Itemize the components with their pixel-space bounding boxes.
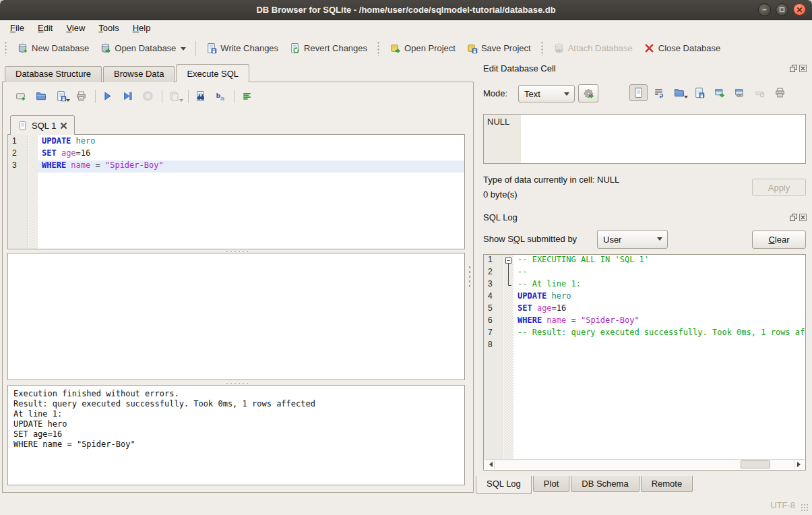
fold-pipe-icon[interactable] [504, 267, 513, 279]
format-sql-button[interactable]: ba [212, 88, 230, 104]
code-line-3: 3WHERE name = "Spider-Boy" [8, 160, 464, 173]
titlebar[interactable]: DB Browser for SQLite - /home/user/code/… [0, 0, 812, 20]
save-project-label: Save Project [481, 43, 531, 53]
save-results-button[interactable] [165, 88, 183, 104]
auto-apply-button[interactable] [578, 84, 598, 102]
execute-current-line-icon [122, 90, 133, 102]
code-line-5: 5SET age=16 [484, 303, 805, 315]
panel-splitter[interactable] [468, 265, 472, 288]
set-as-null-button[interactable] [751, 84, 769, 101]
resize-grip[interactable] [801, 504, 809, 512]
undock-icon[interactable] [790, 65, 797, 72]
tab-sql-log[interactable]: SQL Log [476, 476, 532, 494]
sql-log-code: 1-- EXECUTING ALL IN 'SQL 1'2--3-- At li… [484, 255, 805, 459]
menu-tools[interactable]: Tools [92, 22, 125, 35]
toggle-line-display-button[interactable] [238, 88, 256, 104]
cell-editor[interactable]: NULL [483, 114, 806, 164]
results-pane[interactable] [7, 253, 465, 380]
log-horizontal-scrollbar[interactable] [485, 459, 805, 469]
text-mode-icon [633, 87, 644, 98]
code-line-4: 4UPDATE hero [484, 291, 805, 303]
find-in-sql-button[interactable] [191, 88, 210, 104]
maximize-button[interactable] [776, 3, 788, 16]
sql-editor-toolbar: ba [11, 88, 258, 104]
print-cell-button[interactable] [771, 84, 789, 101]
tab-execute-sql[interactable]: Execute SQL [176, 64, 249, 82]
menu-file[interactable]: File [3, 22, 31, 35]
menu-help[interactable]: Help [126, 22, 158, 35]
revert-changes-button[interactable]: Revert Changes [284, 40, 373, 57]
sql-log-view[interactable]: 1-- EXECUTING ALL IN 'SQL 1'2--3-- At li… [483, 254, 806, 471]
cell-size-info: 0 byte(s) [483, 189, 518, 200]
text-mode-button[interactable] [629, 84, 648, 101]
tab-plot[interactable]: Plot [533, 476, 569, 492]
cell-editor-toolbar [629, 84, 791, 101]
db-browser-window: DB Browser for SQLite - /home/user/code/… [0, 0, 812, 515]
menu-edit[interactable]: Edit [31, 22, 59, 35]
save-sql-file-button[interactable] [52, 88, 70, 104]
open-project-button[interactable]: Open Project [384, 40, 461, 57]
word-wrap-button[interactable] [650, 84, 668, 101]
new-database-label: New Database [32, 43, 89, 53]
tab-remote[interactable]: Remote [641, 476, 693, 492]
mode-select[interactable]: Text [518, 85, 575, 102]
open-sql-file-button[interactable] [32, 88, 50, 104]
format-sql-icon: ba [215, 90, 226, 102]
tab-browse-data[interactable]: Browse Data [103, 66, 175, 82]
copy-as-link-button[interactable] [730, 84, 749, 101]
close-dock-icon[interactable] [799, 65, 807, 72]
execution-message-pane[interactable]: Execution finished without errors.Result… [7, 385, 465, 485]
sql-document-tab[interactable]: SQL 1 [10, 115, 75, 135]
open-database-button[interactable]: Open Database [94, 40, 191, 57]
close-database-icon [644, 42, 655, 54]
print-sql-button[interactable] [72, 88, 90, 104]
status-encoding: UTF-8 [770, 500, 795, 510]
close-button[interactable] [793, 3, 806, 16]
minimize-button[interactable] [758, 3, 771, 16]
execute-current-line-button[interactable] [119, 88, 137, 104]
tab-database-structure[interactable]: Database Structure [5, 66, 102, 82]
main-tabbar: Database StructureBrowse DataExecute SQL [5, 64, 249, 82]
apply-button[interactable]: Apply [752, 179, 806, 196]
open-in-external-app-button[interactable] [710, 84, 728, 101]
revert-changes-icon [289, 42, 301, 54]
scrollbar-thumb[interactable] [741, 460, 770, 468]
tab-db-schema[interactable]: DB Schema [571, 476, 639, 492]
svg-text:a: a [220, 94, 224, 102]
fold-corner-icon[interactable] [504, 279, 513, 291]
open-new-tab-button[interactable] [11, 88, 30, 104]
results-message-splitter[interactable] [7, 382, 465, 384]
sql-log-filter-select[interactable]: User [597, 230, 668, 249]
close-database-button[interactable]: Close Database [638, 40, 726, 57]
attach-database-button[interactable]: Attach Database [548, 40, 638, 57]
toolbar-separator [162, 90, 162, 103]
execute-all-icon [102, 90, 113, 102]
save-project-button[interactable]: Save Project [461, 40, 536, 57]
find-in-sql-icon [195, 90, 206, 102]
bottom-tabbar: SQL LogPlotDB SchemaRemote [476, 476, 693, 494]
clear-log-button[interactable]: Clear [752, 231, 806, 249]
dropdown-arrow-icon [684, 96, 688, 100]
new-database-button[interactable]: New Database [11, 40, 94, 57]
write-changes-button[interactable]: Write Changes [200, 40, 284, 57]
scroll-right-arrow-icon[interactable] [794, 460, 805, 469]
import-data-button[interactable] [670, 84, 688, 101]
menu-view[interactable]: View [59, 22, 92, 35]
execute-all-button[interactable] [98, 88, 117, 104]
close-dock-icon[interactable] [799, 214, 807, 221]
revert-changes-label: Revert Changes [304, 43, 367, 53]
chevron-down-icon [564, 92, 569, 98]
mode-select-value: Text [524, 89, 540, 99]
sql-editor[interactable]: 1UPDATE hero2SET age=163WHERE name = "Sp… [7, 134, 465, 249]
toggle-line-display-icon [241, 90, 253, 102]
message-line: Result: query executed successfully. Too… [13, 399, 459, 409]
undock-icon[interactable] [790, 214, 797, 221]
stop-execution-button[interactable] [139, 88, 157, 104]
copy-as-link-icon [734, 87, 745, 98]
message-line: SET age=16 [13, 429, 459, 440]
fold-box-icon[interactable] [504, 255, 513, 267]
export-data-button[interactable] [690, 84, 708, 101]
code-line-3: 3-- At line 1: [484, 279, 805, 291]
scroll-left-arrow-icon[interactable] [485, 460, 495, 469]
close-tab-icon[interactable] [60, 122, 67, 129]
